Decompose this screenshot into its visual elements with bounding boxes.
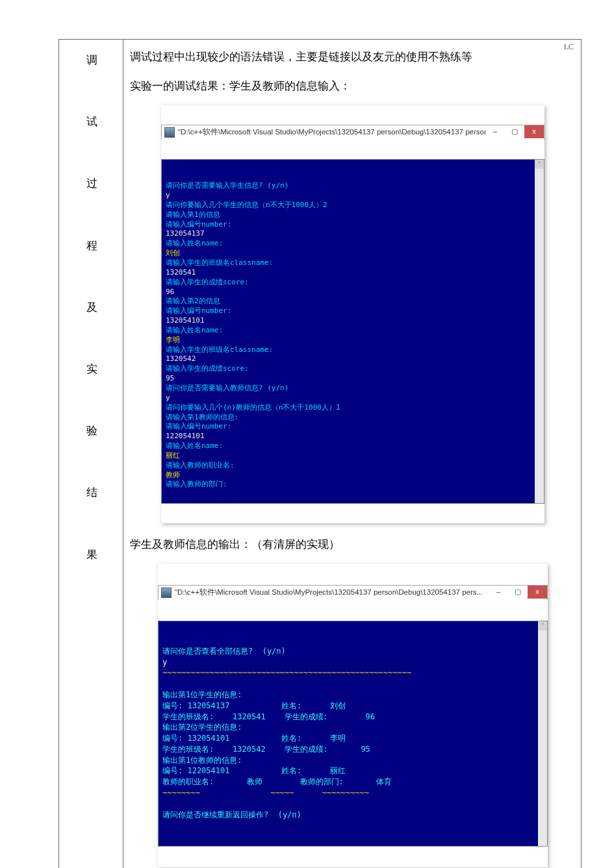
exp1-output-heading: 学生及教师信息的输出：（有清屏的实现） [130, 535, 576, 555]
c1-l9: 1320541 [166, 268, 196, 277]
c1-l14: 132054101 [166, 316, 205, 325]
main-table: 调 试 过 程 及 实 验 结 果 调试过程中出现较少的语法错误，主要是链接以及… [58, 39, 582, 868]
c1-l19: 请输入学生的成绩score: [166, 364, 249, 373]
console1-body: ˄ 请问你是否需要输入学生信息? (y/n) y 请问你要输入几个学生的信息（n… [161, 159, 544, 504]
console2-body: ˄ 请问你是否查看全部信息? (y/n) y ~~~~~~~~~~~~~~~~~… [158, 621, 548, 847]
content-cell: 调试过程中出现较少的语法错误，主要是链接以及友元的使用不熟练等 实验一的调试结果… [123, 40, 582, 869]
c1-l1: y [166, 191, 170, 199]
c1-l17: 请输入学生的班级名classname: [166, 345, 273, 354]
c1-l10: 请输入学生的成绩score: [166, 278, 249, 286]
console1-title: "D:\c++软件\Microsoft Visual Studio\MyProj… [178, 127, 485, 138]
scrollbar[interactable]: ˄ [535, 160, 544, 504]
close-button[interactable]: x [528, 586, 547, 599]
c1-l18: 1320542 [166, 354, 196, 363]
c2-s2b: 学生的班级名: 1320542 学生的成绩: 95 [162, 745, 370, 754]
c2-s1h: 输出第1位学生的信息: [162, 690, 242, 699]
exp1-heading: 实验一的调试结果：学生及教师的信息输入： [130, 77, 576, 97]
c2-s1b: 学生的班级名: 1320541 学生的成绩: 96 [162, 712, 375, 721]
c2-t1b: 教师的职业名: 教师 教师的部门: 体育 [162, 777, 392, 786]
close-button[interactable]: x [524, 125, 544, 138]
maximize-button[interactable]: ▢ [505, 125, 524, 138]
scroll-up-icon[interactable]: ˄ [538, 621, 547, 630]
console2-titlebar: "D:\c++软件\Microsoft Visual Studio\MyProj… [158, 585, 548, 600]
c1-l7: 刘创 [166, 249, 180, 257]
c2-y: y [162, 658, 167, 667]
scroll-up-icon[interactable]: ˄ [535, 160, 544, 169]
c1-l24: 请输入第1教师的信息: [166, 413, 238, 421]
c1-l30: 教师 [166, 471, 180, 479]
minimize-button[interactable]: – [485, 125, 505, 138]
console-icon [161, 588, 172, 598]
c2-wave2: ~~~~~~~~ ~~~~~ ~~~~~~~~~~ [162, 788, 369, 797]
console-icon [164, 127, 175, 138]
maximize-button[interactable]: ▢ [508, 586, 528, 599]
c1-l29: 请输入教师的职业名: [166, 461, 235, 469]
scrollbar[interactable]: ˄ [538, 621, 547, 846]
c1-l5: 132054137 [166, 229, 205, 238]
header-mark: LC [564, 42, 574, 52]
c1-l28: 丽红 [166, 451, 180, 460]
c1-l3: 请输入第1的信息 [166, 210, 220, 219]
c1-l13: 请输入编号number: [166, 306, 231, 315]
c1-l20: 95 [166, 374, 174, 382]
console1-titlebar: "D:\c++软件\Microsoft Visual Studio\MyProj… [161, 125, 544, 140]
c2-s1a: 编号: 132054137 姓名: 刘创 [162, 701, 346, 710]
console-window-2: "D:\c++软件\Microsoft Visual Studio\MyProj… [158, 564, 548, 867]
c1-l4: 请输入编号number: [166, 220, 231, 229]
minimize-button[interactable]: – [489, 586, 508, 599]
c1-l16: 李明 [166, 336, 180, 344]
c1-l12: 请输入第2的信息 [166, 297, 220, 305]
c1-l8: 请输入学生的班级名classname: [166, 258, 273, 267]
c2-wave: ~~~~~~~~~~~~~~~~~~~~~~~~~~~~~~~~~~~~~~~~… [162, 668, 411, 677]
c1-l25: 请输入编号number: [166, 422, 231, 430]
c2-s2a: 编号: 132054101 姓名: 李明 [162, 734, 346, 743]
console-window-1: "D:\c++软件\Microsoft Visual Studio\MyProj… [161, 105, 544, 523]
console2-title: "D:\c++软件\Microsoft Visual Studio\MyProj… [175, 588, 489, 598]
c1-l31: 请输入教师的部门: [166, 480, 227, 488]
c1-l2: 请问你要输入几个学生的信息（n不大于1000人）2 [166, 201, 327, 209]
c1-l22: y [166, 393, 170, 402]
side-label-cell: 调 试 过 程 及 实 验 结 果 [59, 40, 123, 869]
side-label: 调 试 过 程 及 实 验 结 果 [66, 45, 118, 570]
c2-ask: 请问你是否继续重新返回操作? (y/n) [162, 810, 301, 819]
c1-l0: 请问你是否需要输入学生信息? (y/n) [166, 181, 288, 190]
intro-text: 调试过程中出现较少的语法错误，主要是链接以及友元的使用不熟练等 [130, 47, 576, 68]
c2-s2h: 输出第2位学生的信息: [162, 723, 242, 732]
c1-l15: 请输入姓名name: [166, 326, 223, 334]
c1-l6: 请输入姓名name: [166, 239, 223, 247]
c1-l27: 请输入姓名name: [166, 441, 223, 450]
c1-l11: 96 [166, 288, 174, 296]
c2-ask0: 请问你是否查看全部信息? (y/n) [162, 647, 286, 656]
c1-l26: 122054101 [166, 432, 205, 440]
c1-l23: 请问你要输入几个(n)教师的信息（n不大于1000人）1 [166, 403, 340, 412]
c2-t1a: 编号: 122054101 姓名: 丽红 [162, 766, 346, 775]
c2-t1h: 输出第1位教师的信息: [162, 756, 242, 765]
c1-l21: 请问你是否需要输入教师信息? (y/n) [166, 384, 288, 392]
